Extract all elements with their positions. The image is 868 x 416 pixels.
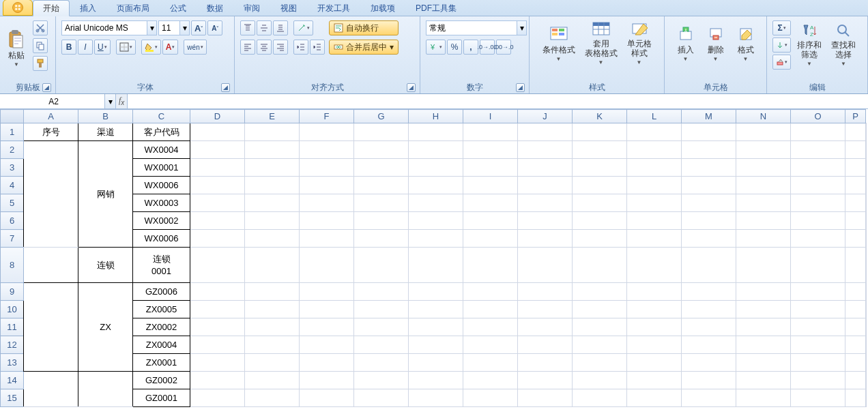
tab-开发工具[interactable]: 开发工具: [307, 0, 360, 16]
cell[interactable]: [300, 336, 354, 354]
format-painter-button[interactable]: [33, 56, 48, 71]
select-all-corner[interactable]: [1, 110, 24, 123]
cell[interactable]: [518, 301, 573, 318]
cell[interactable]: [409, 318, 463, 336]
cell[interactable]: [791, 194, 845, 212]
cell[interactable]: [24, 141, 78, 248]
cell[interactable]: [866, 141, 867, 159]
cell[interactable]: [845, 372, 866, 389]
cell[interactable]: [845, 389, 866, 407]
cell[interactable]: [627, 194, 682, 212]
cell[interactable]: [736, 123, 791, 141]
percent-button[interactable]: %: [447, 40, 462, 55]
cell[interactable]: [409, 389, 463, 407]
row-header-7[interactable]: 7: [1, 230, 24, 248]
wrap-text-button[interactable]: 自动换行: [329, 20, 399, 35]
cell[interactable]: [627, 159, 682, 177]
cell[interactable]: [463, 123, 518, 141]
cell[interactable]: [463, 194, 518, 212]
cell[interactable]: [190, 336, 245, 354]
cell[interactable]: [736, 177, 791, 194]
cell[interactable]: [518, 212, 573, 230]
cell[interactable]: [354, 318, 409, 336]
cell[interactable]: [463, 177, 518, 194]
col-header-H[interactable]: H: [409, 110, 463, 123]
cell[interactable]: [354, 177, 409, 194]
cell[interactable]: 渠道: [78, 123, 133, 141]
cell[interactable]: [627, 354, 682, 372]
accounting-format-button[interactable]: ¥▾: [426, 40, 446, 55]
tab-数据[interactable]: 数据: [197, 0, 233, 16]
cell[interactable]: [245, 194, 300, 212]
tab-开始[interactable]: 开始: [33, 0, 70, 16]
col-header-A[interactable]: A: [24, 110, 78, 123]
row-header-10[interactable]: 10: [1, 301, 24, 318]
cell[interactable]: [682, 389, 736, 407]
cell[interactable]: [518, 248, 573, 283]
autosum-button[interactable]: Σ▾: [772, 20, 791, 35]
cell[interactable]: [190, 318, 245, 336]
cell[interactable]: [409, 283, 463, 301]
cell[interactable]: [245, 354, 300, 372]
cell[interactable]: WX0002: [133, 212, 190, 230]
cell[interactable]: [573, 318, 627, 336]
cell[interactable]: ZX0005: [133, 301, 190, 318]
col-header-C[interactable]: C: [133, 110, 190, 123]
cell[interactable]: ZX0002: [133, 318, 190, 336]
cell[interactable]: [463, 336, 518, 354]
cell[interactable]: [627, 318, 682, 336]
cell[interactable]: [736, 318, 791, 336]
cell[interactable]: [573, 372, 627, 389]
cell[interactable]: [791, 318, 845, 336]
cell[interactable]: [736, 354, 791, 372]
cell[interactable]: [463, 389, 518, 407]
name-box[interactable]: A2 ▾: [0, 94, 116, 108]
cell[interactable]: [866, 301, 867, 318]
cell[interactable]: [245, 301, 300, 318]
row-header-8[interactable]: 8: [1, 248, 24, 283]
cell[interactable]: [190, 283, 245, 301]
cell[interactable]: [518, 372, 573, 389]
cell[interactable]: [791, 336, 845, 354]
increase-decimal-button[interactable]: .0→.00: [480, 40, 495, 55]
cell[interactable]: [845, 336, 866, 354]
cell[interactable]: [791, 212, 845, 230]
cell[interactable]: [190, 372, 245, 389]
italic-button[interactable]: I: [78, 40, 93, 55]
col-header-B[interactable]: B: [78, 110, 133, 123]
cell[interactable]: [736, 301, 791, 318]
cell[interactable]: [354, 354, 409, 372]
cell[interactable]: [190, 248, 245, 283]
cell[interactable]: [245, 212, 300, 230]
cell[interactable]: [866, 230, 867, 248]
cell[interactable]: [736, 159, 791, 177]
cell[interactable]: [866, 354, 867, 372]
shrink-font-button[interactable]: Aˇ: [207, 20, 222, 35]
row-header-5[interactable]: 5: [1, 194, 24, 212]
cell[interactable]: [245, 336, 300, 354]
cell[interactable]: [409, 230, 463, 248]
col-header-K[interactable]: K: [573, 110, 627, 123]
dialog-launcher-icon[interactable]: ◢: [516, 83, 525, 92]
cell[interactable]: [845, 318, 866, 336]
cell[interactable]: [24, 283, 78, 372]
cell[interactable]: [573, 177, 627, 194]
copy-button[interactable]: [33, 38, 48, 53]
col-header-E[interactable]: E: [245, 110, 300, 123]
column-header-row[interactable]: ABCDEFGHIJKLMNOP: [1, 110, 867, 123]
cell[interactable]: [866, 372, 867, 389]
cell[interactable]: [463, 283, 518, 301]
cell[interactable]: [573, 354, 627, 372]
cell[interactable]: [300, 248, 354, 283]
cell[interactable]: [190, 177, 245, 194]
cell[interactable]: [682, 283, 736, 301]
cell[interactable]: [845, 177, 866, 194]
cell[interactable]: [463, 301, 518, 318]
cell[interactable]: [845, 212, 866, 230]
clear-button[interactable]: ▾: [772, 55, 791, 70]
cell[interactable]: [736, 389, 791, 407]
cell[interactable]: [791, 283, 845, 301]
cell[interactable]: [354, 212, 409, 230]
cell[interactable]: [791, 354, 845, 372]
cell[interactable]: [627, 212, 682, 230]
